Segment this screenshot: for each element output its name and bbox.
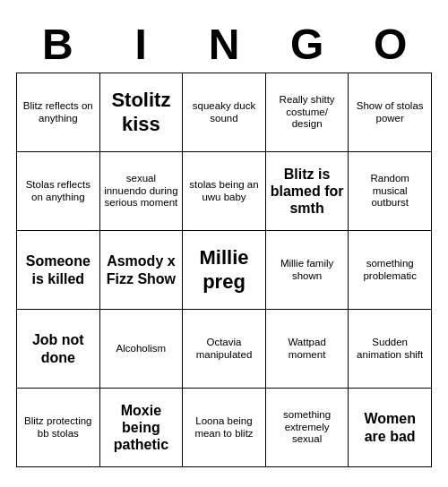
- bingo-cell: Someone is killed: [17, 231, 100, 310]
- bingo-cell: something extremely sexual: [266, 389, 349, 467]
- bingo-cell: Millie family shown: [266, 231, 349, 310]
- bingo-cell: stolas being an uwu baby: [183, 152, 266, 231]
- bingo-cell: sexual innuendo during serious moment: [100, 152, 184, 231]
- bingo-cell: Stolitz kiss: [100, 73, 184, 152]
- bingo-cell: Really shitty costume/ design: [266, 73, 349, 152]
- title-g: G: [268, 20, 347, 69]
- bingo-cell: something problematic: [349, 231, 432, 310]
- bingo-cell: Millie preg: [183, 231, 266, 310]
- bingo-cell: Alcoholism: [100, 310, 184, 389]
- bingo-cell: Blitz reflects on anything: [17, 73, 100, 152]
- bingo-cell: Loona being mean to blitz: [183, 389, 266, 467]
- bingo-grid: Blitz reflects on anythingStolitz kisssq…: [16, 73, 432, 467]
- title-o: O: [351, 20, 430, 69]
- title-b: B: [18, 20, 97, 69]
- bingo-cell: Octavia manipulated: [183, 310, 266, 389]
- bingo-cell: Job not done: [17, 310, 100, 389]
- bingo-cell: Blitz is blamed for smth: [266, 152, 349, 231]
- bingo-cell: Women are bad: [349, 389, 432, 467]
- bingo-cell: Wattpad moment: [266, 310, 349, 389]
- bingo-cell: Sudden animation shift: [349, 310, 432, 389]
- title-i: I: [101, 20, 180, 69]
- bingo-cell: Show of stolas power: [349, 73, 432, 152]
- bingo-cell: squeaky duck sound: [183, 73, 266, 152]
- bingo-cell: Random musical outburst: [349, 152, 432, 231]
- bingo-cell: Asmody x Fizz Show: [100, 231, 184, 310]
- bingo-cell: Blitz protecting bb stolas: [17, 389, 100, 467]
- title-n: N: [185, 20, 263, 69]
- bingo-card: B I N G O Blitz reflects on anythingStol…: [9, 13, 439, 474]
- bingo-cell: Moxie being pathetic: [100, 389, 184, 467]
- bingo-title: B I N G O: [16, 20, 432, 69]
- bingo-cell: Stolas reflects on anything: [17, 152, 100, 231]
